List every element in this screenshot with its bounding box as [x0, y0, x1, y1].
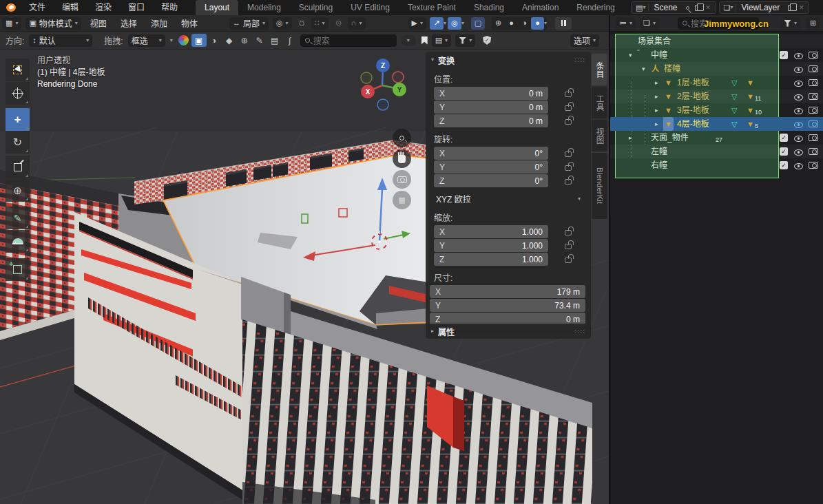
- snap-magnet-toggle[interactable]: Ω: [295, 17, 309, 30]
- workspace-tab-modeling[interactable]: Modeling: [238, 0, 290, 15]
- field-旋转-Z[interactable]: Z0°: [434, 174, 548, 187]
- render-visibility-icon[interactable]: [809, 65, 818, 72]
- menu-窗口[interactable]: 窗口: [120, 3, 153, 12]
- asset-list-dropdown[interactable]: ▤▾: [432, 34, 451, 47]
- panel-grip[interactable]: ::::: [574, 56, 585, 63]
- outliner-row-左幢[interactable]: 左幢✓: [610, 145, 823, 158]
- expand-closed-icon[interactable]: ▸: [655, 103, 658, 117]
- lock-open-icon[interactable]: [565, 151, 572, 157]
- expand-closed-icon[interactable]: ▸: [655, 76, 658, 90]
- field-旋转-X[interactable]: X0°: [434, 147, 548, 160]
- render-visibility-icon[interactable]: [809, 148, 818, 155]
- field-旋转-Y[interactable]: Y0°: [434, 160, 548, 174]
- asset-material-button[interactable]: ◑: [207, 34, 222, 47]
- overlays-dropdown-chevron[interactable]: ▾: [461, 21, 464, 26]
- render-pause-button[interactable]: [555, 17, 572, 30]
- lock-open-icon[interactable]: [565, 179, 572, 185]
- tool-select-box-button[interactable]: [6, 59, 30, 81]
- camera-view-button[interactable]: [393, 170, 411, 189]
- viewport-menu-物体[interactable]: 物体: [174, 17, 205, 29]
- outliner-row-4层-地板[interactable]: ▸▼4层-地板▽▼5: [610, 117, 823, 131]
- tool-measure-button[interactable]: [6, 230, 30, 253]
- object-visibility-dropdown[interactable]: ▶▾: [408, 17, 426, 30]
- copy-viewlayer-icon[interactable]: [788, 5, 793, 11]
- filter-dropdown[interactable]: ▾: [455, 34, 475, 47]
- tool-transform-button[interactable]: ⊕: [6, 179, 30, 202]
- workspace-tab-compo[interactable]: Compo: [624, 0, 629, 15]
- transform-orientation-dropdown[interactable]: ↔局部▾: [229, 17, 269, 30]
- asset-brush-button[interactable]: ✎: [252, 34, 267, 47]
- proportional-edit-toggle[interactable]: ⊙: [332, 17, 346, 30]
- field-位置-Y[interactable]: Y0 m: [434, 101, 548, 114]
- sidebar-tab-BlenderKit[interactable]: BlenderKit: [592, 153, 607, 219]
- render-visibility-icon[interactable]: [809, 107, 818, 114]
- render-visibility-icon[interactable]: [809, 52, 818, 59]
- proportional-falloff-dropdown[interactable]: ∩▾: [348, 17, 366, 30]
- transform-panel-header[interactable]: ▾ 变换 ::::: [426, 52, 591, 68]
- perspective-toggle-button[interactable]: ▦: [393, 191, 411, 209]
- viewport-menu-视图[interactable]: 视图: [83, 17, 114, 29]
- scene-selector[interactable]: ▤▾ Scene ×: [631, 1, 716, 14]
- tool-rotate-button[interactable]: ↻: [6, 131, 30, 154]
- options-dropdown[interactable]: 选项▾: [570, 34, 599, 47]
- copy-scene-icon[interactable]: [695, 5, 700, 11]
- properties-collapsed-panel[interactable]: ▸ 属性 ::::: [426, 324, 591, 339]
- render-visibility-icon[interactable]: [809, 134, 818, 141]
- orientation-value-dropdown[interactable]: ↕默认▾: [29, 34, 92, 47]
- axis-neg-y-ball[interactable]: [361, 72, 372, 83]
- sidebar-tab-工具[interactable]: 工具: [592, 87, 607, 118]
- field-尺寸-X[interactable]: X179 m: [430, 285, 585, 298]
- menu-渲染[interactable]: 渲染: [87, 3, 120, 12]
- drag-value-dropdown[interactable]: 框选▾: [128, 34, 165, 47]
- workspace-tab-layout[interactable]: Layout: [196, 0, 238, 15]
- shield-check-icon[interactable]: ✓: [483, 36, 491, 45]
- viewport-search-input[interactable]: 搜索: [300, 34, 397, 47]
- workspace-tab-animation[interactable]: Animation: [513, 0, 567, 15]
- lock-open-icon[interactable]: [565, 258, 572, 263]
- pan-hand-button[interactable]: [393, 149, 411, 168]
- workspace-tab-uv-editing[interactable]: UV Editing: [342, 0, 399, 15]
- rotation-mode-dropdown[interactable]: XYZ 欧拉▾: [430, 192, 587, 205]
- asset-nodes-button[interactable]: ∫: [282, 34, 298, 47]
- viewport-menu-添加[interactable]: 添加: [144, 17, 174, 29]
- expand-open-icon[interactable]: ▾: [642, 62, 645, 76]
- workspace-tab-texture-paint[interactable]: Texture Paint: [399, 0, 465, 15]
- filter-image-dropdown[interactable]: ❏▾: [640, 17, 659, 30]
- exclude-checkbox[interactable]: ✓: [780, 51, 788, 59]
- lock-open-icon[interactable]: [565, 105, 572, 111]
- pivot-point-dropdown[interactable]: ◎▾: [273, 17, 292, 30]
- outliner-row-右幢[interactable]: 右幢✓: [610, 158, 823, 172]
- render-visibility-icon[interactable]: [809, 120, 818, 127]
- scene-icon[interactable]: ▤▾: [634, 4, 648, 12]
- mode-dropdown[interactable]: ▣物体模式▾: [25, 17, 81, 30]
- gizmo-dropdown-chevron[interactable]: ▾: [444, 21, 446, 26]
- collapse-chevron[interactable]: ▾: [170, 38, 173, 43]
- tool-annotate-button[interactable]: ✎: [6, 207, 30, 229]
- outliner-row-1层-地板[interactable]: ▸▼1层-地板▽▼: [610, 76, 823, 90]
- ratings-pill-button[interactable]: ▾: [401, 35, 416, 46]
- viewlayer-icon[interactable]: ❏▾: [722, 4, 736, 12]
- expand-closed-icon[interactable]: ▸: [629, 131, 632, 145]
- shading-rendered-button[interactable]: ●: [531, 17, 544, 30]
- editor-type-dropdown[interactable]: ▦▾: [2, 17, 21, 30]
- asset-scene-button[interactable]: ◆: [222, 34, 237, 47]
- pin-icon[interactable]: [686, 6, 689, 10]
- show-overlays-toggle[interactable]: ◎: [448, 17, 461, 30]
- outliner-row-楼幢[interactable]: ▾人楼幢: [610, 62, 823, 76]
- display-mode-dropdown[interactable]: ≔▾: [616, 17, 636, 30]
- viewport-3d[interactable]: ▦▾ ▣物体模式▾ 视图选择添加物体 ↔局部▾ ◎▾ Ω ∷▾ ⊙ ∩▾ ▶▾ …: [0, 15, 609, 504]
- field-位置-Z[interactable]: Z0 m: [434, 114, 548, 127]
- scene-name[interactable]: Scene: [649, 3, 683, 12]
- viewport-menu-选择[interactable]: 选择: [114, 17, 144, 29]
- blenderkit-logo-icon[interactable]: [178, 35, 189, 45]
- render-visibility-icon[interactable]: [809, 93, 818, 100]
- outliner-row-3层-地板[interactable]: ▸▼3层-地板▽▼10: [610, 103, 823, 117]
- panel-grip[interactable]: ::::: [574, 328, 585, 335]
- tool-move-button[interactable]: +: [6, 108, 30, 131]
- asset-hdr-button[interactable]: ⊕: [237, 34, 252, 47]
- menu-帮助[interactable]: 帮助: [153, 3, 186, 12]
- outliner-row-天面_物件[interactable]: ▸天面_物件27✓: [610, 131, 823, 145]
- new-collection-button[interactable]: ⊞: [806, 17, 820, 30]
- axis-neg-x-ball[interactable]: [393, 72, 404, 83]
- expand-closed-icon[interactable]: ▸: [655, 90, 658, 103]
